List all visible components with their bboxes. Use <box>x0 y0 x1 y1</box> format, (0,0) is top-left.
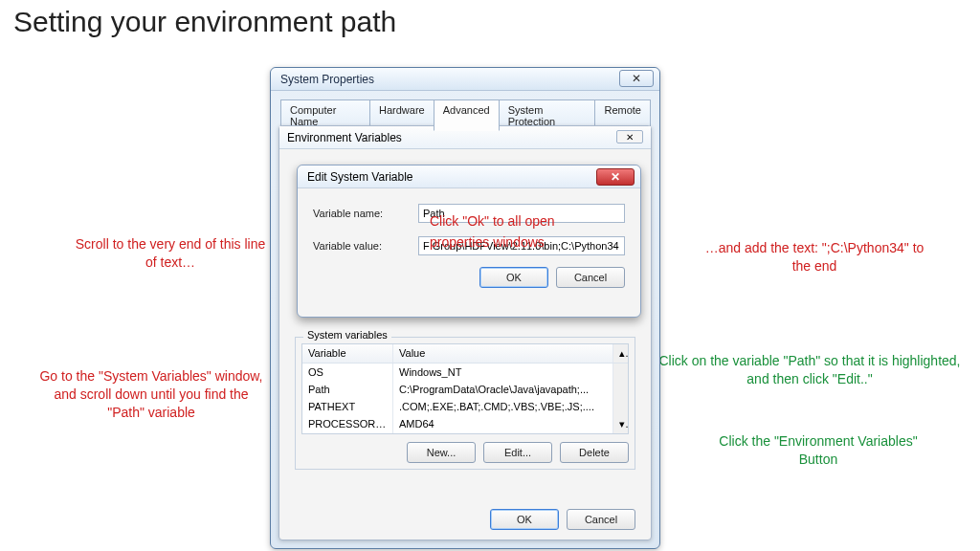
system-variables-table[interactable]: Variable Value ▴ OS Windows_NT Path C:\P… <box>301 343 629 434</box>
scrollbar-track[interactable] <box>612 398 628 415</box>
annotation-scroll-end: Scroll to the very end of this line of t… <box>75 235 266 272</box>
delete-button[interactable]: Delete <box>560 442 629 463</box>
cell-variable: PROCESSOR_A... <box>302 415 393 433</box>
cell-variable: OS <box>302 364 393 381</box>
scrollbar-track[interactable] <box>612 364 628 381</box>
annotation-click-ok-2: properties windows <box>430 234 545 250</box>
variable-name-label: Variable name: <box>313 208 418 219</box>
env-cancel-button[interactable]: Cancel <box>567 509 635 530</box>
table-header: Variable Value ▴ <box>302 344 628 364</box>
annotation-click-envvars: Click the "Environment Variables" Button <box>718 432 919 469</box>
header-value: Value <box>393 344 612 363</box>
edit-dialog-title: Edit System Variable <box>307 170 413 184</box>
environment-variables-title: Environment Variables <box>287 131 402 144</box>
header-variable: Variable <box>302 344 393 363</box>
new-button[interactable]: New... <box>407 442 476 463</box>
edit-ok-button[interactable]: OK <box>479 267 548 288</box>
annotation-click-path: Click on the variable "Path" so that it … <box>657 352 963 388</box>
slide-title: Setting your environment path <box>13 6 396 38</box>
system-properties-window: System Properties ✕ Computer Name Hardwa… <box>270 67 660 549</box>
system-properties-title: System Properties <box>280 73 374 86</box>
cell-value: C:\ProgramData\Oracle\Java\javapath;... <box>393 381 612 398</box>
tab-advanced[interactable]: Advanced <box>434 99 500 131</box>
table-row[interactable]: OS Windows_NT <box>302 364 628 381</box>
env-close-button[interactable]: ✕ <box>616 130 643 143</box>
edit-dialog-titlebar[interactable]: Edit System Variable ✕ <box>298 165 640 188</box>
variable-value-label: Variable value: <box>313 240 418 252</box>
cell-variable: Path <box>302 381 393 398</box>
scroll-up-icon[interactable]: ▴ <box>612 344 628 363</box>
edit-cancel-button[interactable]: Cancel <box>556 267 625 288</box>
table-row[interactable]: PATHEXT .COM;.EXE;.BAT;.CMD;.VBS;.VBE;.J… <box>302 398 628 415</box>
table-row[interactable]: Path C:\ProgramData\Oracle\Java\javapath… <box>302 381 628 398</box>
cell-variable: PATHEXT <box>302 398 393 415</box>
cell-value: AMD64 <box>393 415 612 433</box>
system-variables-label: System variables <box>303 329 391 341</box>
edit-button[interactable]: Edit... <box>483 442 552 463</box>
table-row[interactable]: PROCESSOR_A... AMD64 ▾ <box>302 415 628 433</box>
close-icon: ✕ <box>626 132 634 143</box>
cell-value: .COM;.EXE;.BAT;.CMD;.VBS;.VBE;.JS;.... <box>393 398 612 415</box>
cell-value: Windows_NT <box>393 364 612 381</box>
scroll-down-icon[interactable]: ▾ <box>612 415 628 433</box>
close-icon: ✕ <box>632 72 641 85</box>
close-button[interactable]: ✕ <box>619 70 654 87</box>
edit-close-button[interactable]: ✕ <box>596 168 635 186</box>
system-variables-group: System variables Variable Value ▴ OS Win… <box>295 337 635 470</box>
environment-variables-dialog: Environment Variables ✕ Edit System Vari… <box>278 125 652 540</box>
annotation-add-text: …and add the text: ";C:\Python34" to the… <box>704 239 924 276</box>
annotation-click-ok-1: Click "Ok" to all open <box>430 213 555 229</box>
edit-system-variable-dialog: Edit System Variable ✕ Variable name: Va… <box>297 165 641 318</box>
close-icon: ✕ <box>611 170 620 184</box>
system-properties-titlebar[interactable]: System Properties ✕ <box>271 68 659 91</box>
annotation-goto-sysvars: Go to the "System Variables" window, and… <box>34 367 268 422</box>
scrollbar-track[interactable] <box>612 381 628 398</box>
env-ok-button[interactable]: OK <box>490 509 559 530</box>
